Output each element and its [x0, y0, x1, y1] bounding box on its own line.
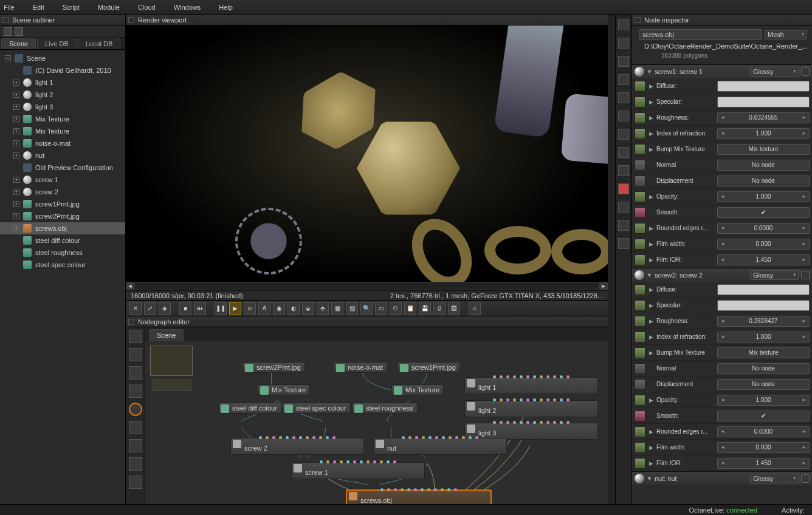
expand-icon[interactable]: ▶: [648, 445, 654, 451]
shader-select[interactable]: Glossy: [750, 270, 799, 280]
node[interactable]: light 1: [464, 377, 598, 394]
property-value[interactable]: No node: [717, 363, 810, 374]
tree-item[interactable]: steel spec colour: [0, 259, 125, 271]
toolbar-icon[interactable]: ⎚: [244, 302, 256, 315]
sidebar-icon[interactable]: [618, 202, 629, 213]
menu-cloud[interactable]: Cloud: [138, 4, 156, 11]
expand-icon[interactable]: ▶: [648, 460, 654, 466]
sidebar-icon[interactable]: [618, 183, 629, 194]
toolbar-icon[interactable]: ⏲: [390, 302, 402, 315]
property-value[interactable]: 1.450: [717, 458, 810, 469]
tab-scene[interactable]: Scene: [1, 38, 36, 49]
ng-tool-icon[interactable]: [129, 384, 142, 398]
expand-icon[interactable]: ▶: [648, 225, 654, 231]
toolbar-icon[interactable]: 📋: [404, 302, 416, 315]
node[interactable]: Mix Texture: [258, 384, 310, 395]
material-header[interactable]: ▼ screw2: screw 2 Glossy: [632, 268, 812, 282]
property-value[interactable]: Mix texture: [717, 144, 810, 155]
property-value[interactable]: 0.0000: [717, 223, 810, 234]
stop-button[interactable]: ■: [179, 302, 191, 315]
property-value[interactable]: [717, 97, 810, 107]
expand-icon[interactable]: ▶: [648, 115, 654, 121]
property-value[interactable]: [717, 284, 810, 295]
toolbar-icon[interactable]: ⤢: [144, 302, 156, 315]
play-button[interactable]: ▶: [229, 302, 241, 315]
tree-item[interactable]: +light 1: [0, 77, 125, 89]
property-value[interactable]: 1.000: [717, 332, 810, 343]
expand-icon[interactable]: ▶: [648, 429, 654, 435]
sidebar-icon[interactable]: [618, 220, 629, 231]
ng-tool-icon[interactable]: [129, 366, 142, 380]
ng-tool-icon[interactable]: [129, 330, 142, 343]
menu-edit[interactable]: Edit: [33, 4, 44, 11]
property-icon[interactable]: [635, 176, 645, 186]
property-value[interactable]: No node: [717, 379, 810, 390]
tree-item[interactable]: Old Preview Configuration: [0, 162, 125, 174]
ng-tool-icon[interactable]: [129, 421, 142, 434]
toolbar-icon[interactable]: ◉: [273, 302, 285, 315]
expand-icon[interactable]: ▼: [647, 476, 652, 482]
property-icon[interactable]: [635, 223, 645, 234]
property-icon[interactable]: [635, 300, 645, 311]
ng-minimap[interactable]: [150, 346, 193, 376]
property-icon[interactable]: [635, 395, 645, 406]
expand-icon[interactable]: ▶: [648, 350, 654, 356]
vertical-scrollbar[interactable]: [608, 15, 615, 504]
sidebar-icon[interactable]: [618, 92, 629, 103]
property-value[interactable]: [717, 411, 810, 421]
tree-item[interactable]: +screw 1: [0, 174, 125, 186]
ng-tool-icon[interactable]: [129, 476, 142, 489]
ng-tab-scene[interactable]: Scene: [149, 329, 184, 341]
expand-icon[interactable]: ▶: [648, 99, 654, 105]
property-icon[interactable]: [635, 426, 645, 437]
property-icon[interactable]: [635, 442, 645, 453]
property-icon[interactable]: [635, 207, 645, 218]
property-icon[interactable]: [635, 347, 645, 358]
property-icon[interactable]: [635, 458, 645, 469]
node[interactable]: steel diff colour: [218, 403, 281, 414]
toolbar-icon[interactable]: 🖼: [448, 302, 460, 315]
toolbar-icon[interactable]: ⬙: [302, 302, 314, 315]
property-value[interactable]: [717, 207, 810, 218]
property-value[interactable]: 1.450: [717, 254, 810, 265]
scene-tree[interactable]: −Scene (C) David Gellhardt, 2010 +light …: [0, 50, 125, 504]
toolbar-icon[interactable]: ▭: [375, 302, 387, 315]
sidebar-icon[interactable]: [618, 111, 629, 121]
node[interactable]: nut: [373, 438, 507, 455]
expand-icon[interactable]: ▼: [647, 69, 652, 75]
property-value[interactable]: [717, 300, 810, 311]
ng-tool-icon[interactable]: [129, 439, 142, 452]
property-value[interactable]: 0.000: [717, 442, 810, 453]
ng-tool-icon-active[interactable]: [129, 403, 142, 416]
property-value[interactable]: 1.000: [717, 191, 810, 202]
sidebar-icon[interactable]: [618, 38, 629, 49]
node[interactable]: steel roughness: [352, 403, 418, 414]
property-value[interactable]: Mix texture: [717, 347, 810, 358]
property-icon[interactable]: [635, 316, 645, 327]
property-icon[interactable]: [635, 144, 645, 155]
expand-icon[interactable]: ▶: [648, 241, 654, 247]
property-value[interactable]: 1.000: [717, 128, 810, 139]
toolbar-icon[interactable]: ◐: [287, 302, 300, 315]
node[interactable]: screw 1: [291, 462, 425, 479]
viewport-scrollbar[interactable]: ◄ ►: [126, 282, 608, 290]
expand-icon[interactable]: ▶: [648, 83, 654, 89]
tree-item[interactable]: +light 3: [0, 101, 125, 113]
tree-item[interactable]: +noise-o-mat: [0, 137, 125, 149]
outliner-tool-icon[interactable]: [4, 27, 12, 36]
menu-module[interactable]: Module: [98, 4, 120, 11]
shader-select[interactable]: Glossy: [750, 474, 799, 483]
property-value[interactable]: 0.0000: [717, 426, 810, 437]
tree-item[interactable]: +screw2Prnt.jpg: [0, 210, 125, 222]
sidebar-icon[interactable]: [618, 147, 629, 158]
expand-icon[interactable]: ▶: [648, 131, 654, 137]
toolbar-icon[interactable]: ▦: [331, 302, 343, 315]
tree-item[interactable]: +nut: [0, 149, 125, 162]
property-icon[interactable]: [635, 332, 645, 343]
node[interactable]: screw 2: [230, 438, 364, 455]
expand-icon[interactable]: ▶: [648, 194, 654, 200]
expand-icon[interactable]: ▶: [648, 287, 654, 293]
property-icon[interactable]: [635, 112, 645, 123]
expand-icon[interactable]: ▶: [648, 318, 654, 324]
tab-localdb[interactable]: Local DB: [78, 38, 121, 49]
